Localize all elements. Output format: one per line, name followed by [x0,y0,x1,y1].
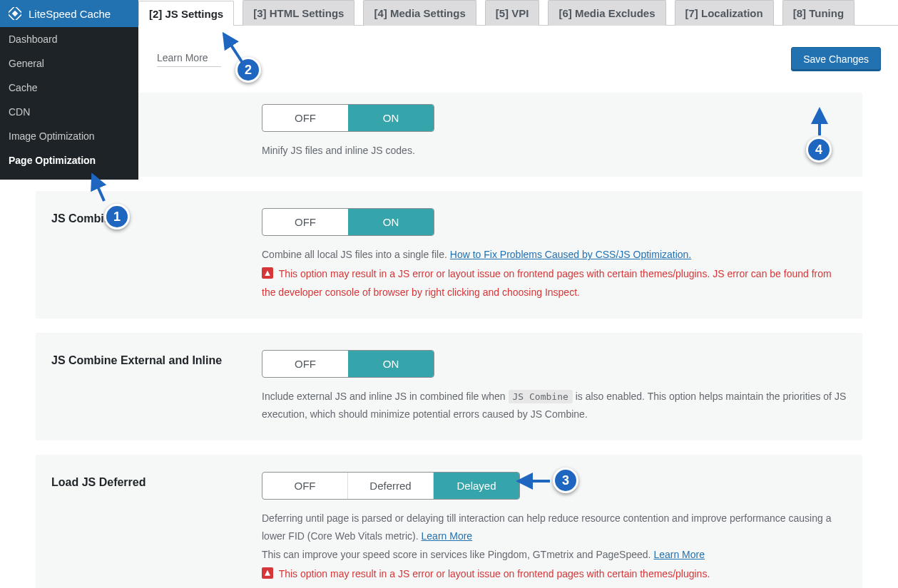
toggle-js-combine-external-off[interactable]: OFF [262,351,348,377]
learn-more-link[interactable]: Learn More [157,52,221,67]
section-label-js-combine: JS Combine [51,208,240,301]
warn-deferred: This option may result in a JS error or … [262,565,847,583]
tab-localization[interactable]: [7] Localization [675,0,774,26]
toggle-js-combine-on[interactable]: ON [348,209,434,235]
sidebar-header: LiteSpeed Cache [0,0,138,27]
section-label-js-combine-external: JS Combine External and Inline [51,350,240,423]
toggle-deferred-delayed[interactable]: Delayed [434,473,519,499]
toggle-js-combine-external-on[interactable]: ON [348,351,434,377]
toggle-deferred-off[interactable]: OFF [262,473,348,499]
sidebar-item-cdn[interactable]: CDN [0,100,138,124]
litespeed-sidebar: LiteSpeed Cache Dashboard General Cache … [0,0,138,180]
top-row: Learn More Save Changes [14,26,884,93]
section-label-load-js-deferred: Load JS Deferred [51,472,240,583]
warning-icon [262,267,273,279]
tab-html-settings[interactable]: [3] HTML Settings [243,0,354,26]
link-learn-more-speed[interactable]: Learn More [653,549,705,560]
sidebar-title: LiteSpeed Cache [29,8,111,20]
link-fix-problems[interactable]: How to Fix Problems Caused by CSS/JS Opt… [450,249,691,260]
warning-icon [262,567,273,579]
section-js-combine-external: JS Combine External and Inline OFF ON In… [36,333,862,440]
desc-js-combine-external: Include external JS and inline JS in com… [262,388,847,423]
code-js-combine: JS Combine [509,390,573,403]
toggle-js-minify: OFF ON [262,104,434,132]
litespeed-logo-icon [9,7,21,20]
section-js-minify: OFF ON Minify JS files and inline JS cod… [36,93,862,177]
tab-tuning[interactable]: [8] Tuning [782,0,854,26]
save-changes-button[interactable]: Save Changes [791,47,881,71]
toggle-js-minify-on[interactable]: ON [348,105,434,131]
desc-deferred-1: Deferring until page is parsed or delayi… [262,510,847,545]
desc-js-combine: Combine all local JS files into a single… [262,246,847,264]
tab-media-settings[interactable]: [4] Media Settings [363,0,476,26]
tab-js-settings[interactable]: [2] JS Settings [138,1,234,26]
tab-vpi[interactable]: [5] VPI [485,0,540,26]
desc-js-minify: Minify JS files and inline JS codes. [262,142,847,160]
toggle-js-combine-off[interactable]: OFF [262,209,348,235]
tab-media-excludes[interactable]: [6] Media Excludes [548,0,665,26]
warn-js-combine: This option may result in a JS error or … [262,265,847,301]
sidebar-item-dashboard[interactable]: Dashboard [0,27,138,51]
toggle-js-combine: OFF ON [262,208,434,236]
toggle-load-js-deferred: OFF Deferred Delayed [262,472,520,500]
section-js-combine: JS Combine OFF ON Combine all local JS f… [36,191,862,319]
toggle-js-combine-external: OFF ON [262,350,434,378]
sidebar-item-page-optimization[interactable]: Page Optimization [0,148,138,172]
toggle-js-minify-off[interactable]: OFF [262,105,348,131]
sidebar-item-image-optimization[interactable]: Image Optimization [0,124,138,148]
svg-rect-1 [12,11,18,16]
sidebar-item-general[interactable]: General [0,51,138,76]
sidebar-item-cache[interactable]: Cache [0,76,138,100]
desc-deferred-2: This can improve your speed score in ser… [262,546,847,564]
section-load-js-deferred: Load JS Deferred OFF Deferred Delayed De… [36,455,862,588]
link-learn-more-fid[interactable]: Learn More [422,530,473,542]
toggle-deferred-deferred[interactable]: Deferred [348,473,434,499]
